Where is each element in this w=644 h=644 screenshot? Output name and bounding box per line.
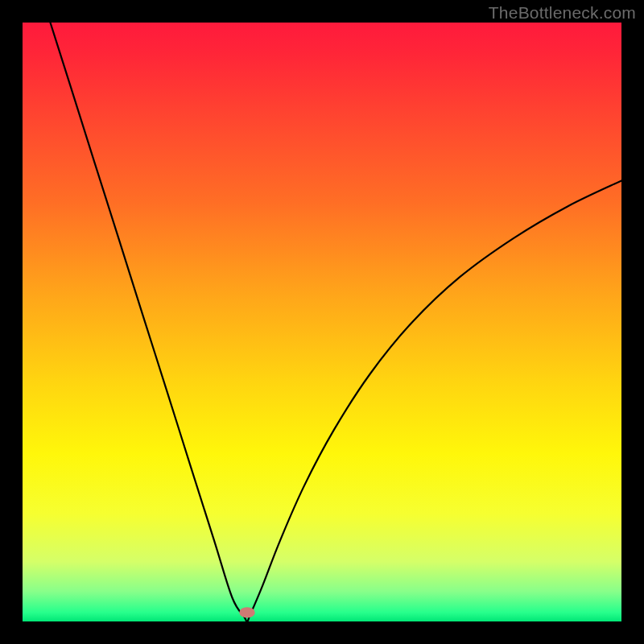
- minimum-marker: [239, 607, 254, 617]
- outer-frame: TheBottleneck.com: [0, 0, 644, 644]
- watermark-text: TheBottleneck.com: [489, 3, 636, 23]
- gradient-background: [23, 23, 621, 621]
- chart-svg: [23, 23, 621, 621]
- plot-area: [23, 23, 621, 621]
